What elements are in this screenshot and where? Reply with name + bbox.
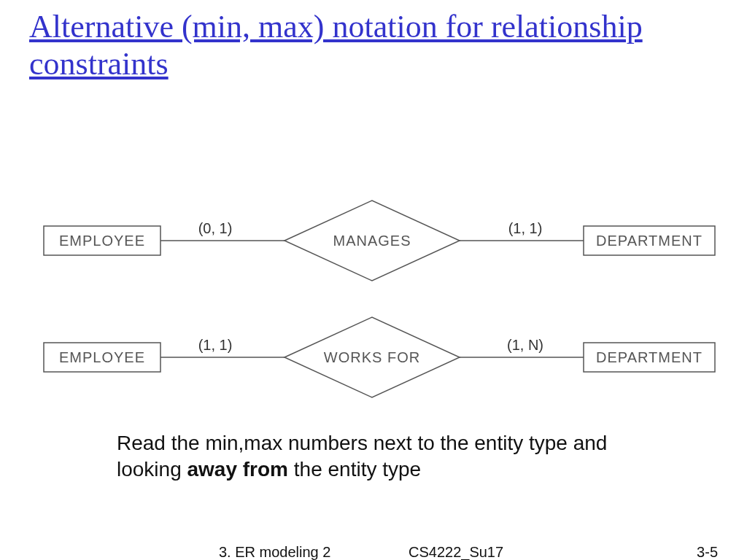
footer-course: CS4222_Su17: [409, 544, 503, 560]
er-row-manages: EMPLOYEE (0, 1) MANAGES (1, 1) DEPARTMEN…: [44, 197, 715, 287]
er-row-worksfor: EMPLOYEE (1, 1) WORKS FOR (1, N) DEPARTM…: [44, 314, 715, 404]
page-title: Alternative (min, max) notation for rela…: [29, 9, 718, 82]
relationship-manages-label: MANAGES: [333, 233, 411, 249]
entity-employee-label: EMPLOYEE: [59, 349, 145, 365]
footer-section: 3. ER modeling 2: [219, 544, 330, 560]
entity-employee-label: EMPLOYEE: [59, 233, 145, 249]
relationship-worksfor-label: WORKS FOR: [324, 349, 420, 365]
caption-text: Read the min,max numbers next to the ent…: [117, 430, 642, 483]
caption-bold: away from: [187, 458, 289, 481]
cardinality-left: (1, 1): [198, 337, 233, 353]
entity-department-label: DEPARTMENT: [596, 233, 703, 249]
slide: Alternative (min, max) notation for rela…: [0, 0, 747, 560]
footer-page: 3-5: [697, 544, 718, 560]
cardinality-right: (1, N): [507, 337, 543, 353]
entity-department-label: DEPARTMENT: [596, 349, 703, 365]
er-diagram-worksfor: EMPLOYEE (1, 1) WORKS FOR (1, N) DEPARTM…: [44, 314, 715, 401]
er-diagram-manages: EMPLOYEE (0, 1) MANAGES (1, 1) DEPARTMEN…: [44, 197, 715, 284]
caption-post: the entity type: [288, 458, 421, 481]
cardinality-left: (0, 1): [198, 220, 233, 236]
cardinality-right: (1, 1): [508, 220, 543, 236]
